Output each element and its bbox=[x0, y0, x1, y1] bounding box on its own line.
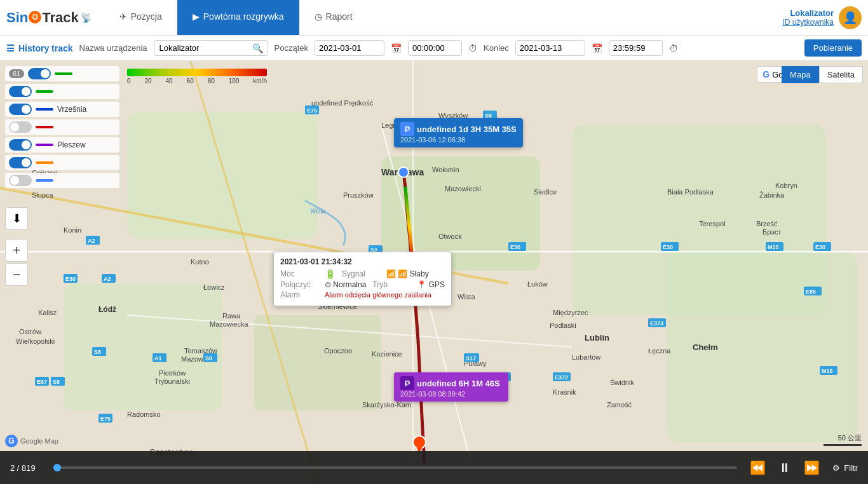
svg-text:E85: E85 bbox=[806, 288, 816, 295]
alarm-value: Alarm odcięcia głównego zasilania bbox=[325, 291, 431, 299]
avatar[interactable]: 👤 bbox=[839, 6, 862, 29]
parking-icon-1: P bbox=[400, 122, 414, 136]
playback-bar: 2 / 819 ⏪ ⏸ ⏩ ⚙ Filtr bbox=[0, 451, 868, 484]
svg-text:E75: E75 bbox=[100, 416, 111, 422]
tab-raport[interactable]: ◷ Raport bbox=[299, 0, 368, 35]
history-track-icon: ☰ bbox=[6, 43, 15, 53]
start-time-input[interactable] bbox=[408, 40, 462, 56]
svg-text:Kraśnik: Kraśnik bbox=[553, 388, 576, 396]
logo-signal-icon: 📡 bbox=[81, 13, 92, 23]
svg-text:A2: A2 bbox=[88, 238, 95, 244]
zoom-in-button[interactable]: + bbox=[5, 239, 28, 262]
track-color-1 bbox=[55, 72, 72, 75]
svg-text:A2: A2 bbox=[104, 276, 111, 282]
svg-text:Piotrków: Piotrków bbox=[159, 369, 186, 377]
nav-tabs: ✈ Pozycja ▶ Powtórna rozgrywka ◷ Raport bbox=[104, 0, 783, 35]
svg-rect-1 bbox=[127, 112, 318, 239]
header: Sin O Track 📡 ✈ Pozycja ▶ Powtórna rozgr… bbox=[0, 0, 868, 36]
svg-text:Zamość: Zamość bbox=[607, 401, 632, 409]
popup-2-title: undefined 6H 1M 46S bbox=[417, 379, 500, 388]
toggle-switch-6[interactable] bbox=[9, 157, 32, 168]
speed-bar: 0 20 40 60 80 100 km/h bbox=[127, 69, 267, 85]
parking-popup-1: P undefined 1d 3H 35M 35S 2021-03-06 12:… bbox=[394, 118, 523, 147]
toggle-switch-2[interactable] bbox=[9, 86, 32, 97]
tab-powtorna-label: Powtórna rozgrywka bbox=[203, 11, 284, 22]
alarm-label: Alarm bbox=[280, 290, 318, 299]
svg-text:Mazowiecki: Mazowiecki bbox=[445, 185, 481, 193]
track-toggle-1: 61 bbox=[5, 66, 119, 81]
svg-text:Międzyrzec: Międzyrzec bbox=[553, 309, 588, 316]
popup-1-date: 2021-03-06 12:06:38 bbox=[400, 136, 517, 144]
track-color-3 bbox=[36, 108, 53, 111]
start-date-input[interactable] bbox=[315, 40, 384, 56]
toggle-switch-7[interactable] bbox=[9, 175, 32, 186]
svg-text:M19: M19 bbox=[822, 368, 833, 374]
end-date-input[interactable] bbox=[515, 40, 585, 56]
filter-gear-icon: ⚙ bbox=[832, 463, 840, 473]
popup-1-title: undefined 1d 3H 35M 35S bbox=[417, 125, 517, 134]
svg-text:Opoczno: Opoczno bbox=[324, 347, 352, 355]
svg-text:Chełm: Chełm bbox=[693, 342, 718, 352]
moc-label: Moc bbox=[280, 269, 318, 278]
battery-icon: 🔋 bbox=[325, 269, 336, 279]
svg-text:Mazowiecka: Mazowiecka bbox=[210, 320, 248, 328]
progress-bar[interactable] bbox=[55, 466, 737, 469]
svg-text:Wista: Wista bbox=[458, 293, 475, 301]
filter-label: Filtr bbox=[844, 463, 858, 473]
tab-pozycja[interactable]: ✈ Pozycja bbox=[104, 0, 177, 35]
map-type-buttons: Mapa Satelita bbox=[782, 66, 863, 83]
scale-label: 50 公里 bbox=[838, 433, 862, 443]
speed-tick-0: 0 bbox=[127, 78, 131, 85]
svg-text:Konin: Konin bbox=[64, 226, 81, 234]
svg-text:E67: E67 bbox=[37, 379, 47, 385]
svg-text:Pruszków: Pruszków bbox=[343, 191, 374, 199]
toggle-switch-3[interactable] bbox=[9, 104, 32, 115]
svg-text:Skarżysko-Kam.: Skarżysko-Kam. bbox=[362, 401, 413, 409]
info-popup: 2021-03-01 21:34:32 Moc 🔋 Sygnał 📶 📶 Sła… bbox=[273, 252, 452, 306]
map-export-button[interactable]: ⬇ bbox=[5, 207, 28, 230]
satellite-button[interactable]: Satelita bbox=[819, 66, 863, 83]
svg-text:Siedlce: Siedlce bbox=[534, 188, 557, 196]
end-label: Koniec bbox=[484, 43, 509, 53]
speed-tick-3: 60 bbox=[187, 78, 194, 85]
toggle-switch-4[interactable] bbox=[9, 121, 32, 133]
powtorna-icon: ▶ bbox=[193, 11, 200, 22]
end-calendar-icon[interactable]: 📅 bbox=[592, 43, 602, 53]
logo: Sin O Track 📡 bbox=[6, 10, 92, 26]
download-button[interactable]: Pobieranie bbox=[804, 39, 862, 57]
end-clock-icon[interactable]: ⏱ bbox=[669, 43, 678, 53]
svg-text:Świdnik: Świdnik bbox=[610, 379, 634, 386]
fast-forward-button[interactable]: ⏩ bbox=[801, 458, 822, 478]
end-time-input[interactable] bbox=[609, 40, 663, 56]
tab-powtorna[interactable]: ▶ Powtórna rozgrywka bbox=[177, 0, 299, 35]
map-button[interactable]: Mapa bbox=[782, 66, 819, 83]
map-area[interactable]: Gniezno Słupca Konin Kalisz Ostrów Wielk… bbox=[0, 61, 868, 484]
signal-value: 📶 📶 Słaby bbox=[386, 269, 429, 278]
svg-text:Warszawa: Warszawa bbox=[381, 167, 424, 177]
start-clock-icon[interactable]: ⏱ bbox=[468, 43, 477, 53]
device-input[interactable] bbox=[154, 40, 268, 56]
svg-text:S8: S8 bbox=[53, 379, 60, 385]
svg-text:Wołomin: Wołomin bbox=[432, 166, 459, 173]
svg-text:Podlaski: Podlaski bbox=[550, 322, 576, 329]
svg-text:E30: E30 bbox=[663, 244, 673, 250]
toggle-switch-1[interactable] bbox=[28, 68, 51, 79]
rewind-button[interactable]: ⏪ bbox=[747, 458, 768, 478]
toggle-switch-5[interactable] bbox=[9, 139, 32, 151]
start-calendar-icon[interactable]: 📅 bbox=[391, 43, 402, 53]
history-track-button[interactable]: ☰ History track bbox=[6, 43, 73, 53]
svg-rect-5 bbox=[254, 315, 381, 410]
zoom-out-button[interactable]: − bbox=[5, 263, 28, 286]
user-id[interactable]: ID użytkownika bbox=[782, 18, 834, 27]
track-color-6 bbox=[36, 161, 53, 164]
svg-text:Rawa: Rawa bbox=[222, 312, 241, 320]
svg-text:Wielkopolski: Wielkopolski bbox=[16, 337, 55, 345]
popup-2-date: 2021-03-08 08:39:42 bbox=[400, 390, 502, 398]
filter-button[interactable]: ⚙ Filtr bbox=[832, 463, 858, 473]
device-label: Nazwa urządzenia bbox=[79, 43, 147, 53]
google-icon: G bbox=[763, 69, 770, 79]
svg-text:Kalisz: Kalisz bbox=[38, 309, 57, 316]
pause-button[interactable]: ⏸ bbox=[776, 458, 794, 478]
pozycja-icon: ✈ bbox=[119, 11, 127, 22]
info-datetime: 2021-03-01 21:34:32 bbox=[280, 257, 445, 266]
